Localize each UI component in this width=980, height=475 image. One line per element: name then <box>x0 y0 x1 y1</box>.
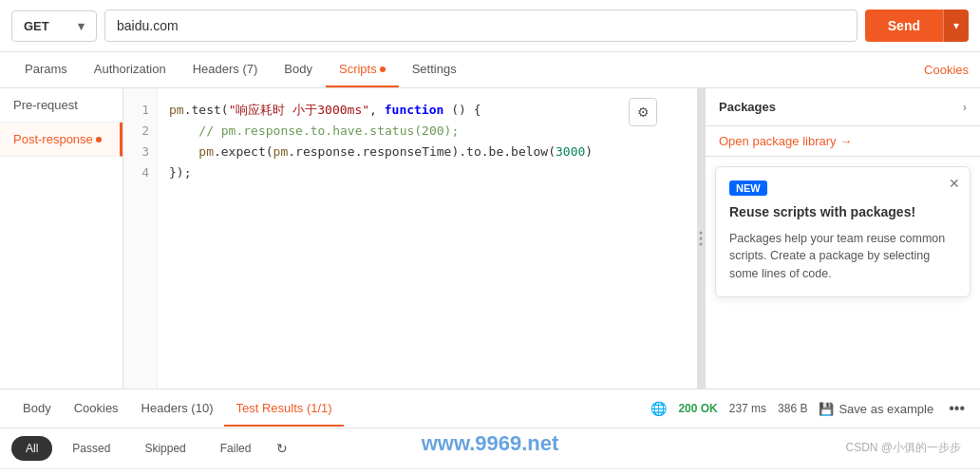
line-numbers: 1 2 3 4 <box>123 88 158 389</box>
response-tab-headers[interactable]: Headers (10) <box>130 391 225 427</box>
method-chevron-icon: ▾ <box>78 19 85 33</box>
line-num-4: 4 <box>135 162 149 183</box>
new-card-body: Packages help your team reuse common scr… <box>729 230 956 283</box>
editor-toolbar: ⚙ <box>629 98 657 126</box>
tab-params[interactable]: Params <box>11 52 81 87</box>
filter-all-button[interactable]: All <box>11 436 52 461</box>
filter-skipped-button[interactable]: Skipped <box>130 436 199 461</box>
scripts-dot <box>380 66 386 72</box>
code-line-4: }); <box>169 162 693 183</box>
response-tabs: Body Cookies Headers (10) Test Results (… <box>0 389 980 428</box>
editor-container: 1 2 3 4 pm.test("响应耗时 小于3000ms", functio… <box>123 88 705 389</box>
response-tab-body[interactable]: Body <box>11 391 63 427</box>
save-as-example-button[interactable]: 💾 Save as example <box>819 402 933 416</box>
tab-body[interactable]: Body <box>271 52 326 87</box>
send-button-container: Send ▾ <box>865 10 969 42</box>
code-editor[interactable]: pm.test("响应耗时 小于3000ms", function () { /… <box>158 88 705 389</box>
sidebar-item-prerequest[interactable]: Pre-request <box>0 88 122 123</box>
open-package-library-link[interactable]: Open package library → <box>706 126 980 157</box>
main-tabs: Params Authorization Headers (7) Body Sc… <box>0 52 980 88</box>
settings-icon[interactable]: ⚙ <box>629 98 657 126</box>
method-selector[interactable]: GET ▾ <box>11 10 97 42</box>
new-card-title: Reuse scripts with packages! <box>729 203 956 222</box>
new-card: NEW ✕ Reuse scripts with packages! Packa… <box>715 166 971 297</box>
code-line-1: pm.test("响应耗时 小于3000ms", function () { <box>169 100 693 121</box>
packages-collapse-icon[interactable]: › <box>963 100 967 114</box>
postresponse-dot <box>96 137 102 142</box>
send-button[interactable]: Send <box>865 10 943 42</box>
packages-header: Packages › <box>706 88 980 126</box>
code-line-2: // pm.response.to.have.status(200); <box>169 121 693 142</box>
new-badge: NEW <box>729 180 767 196</box>
tab-authorization[interactable]: Authorization <box>81 52 179 87</box>
cookies-link[interactable]: Cookies <box>924 53 969 86</box>
status-code: 200 OK <box>678 402 717 415</box>
tab-headers[interactable]: Headers (7) <box>179 52 272 87</box>
response-meta: 🌐 200 OK 237 ms 386 B 💾 Save as example … <box>650 400 969 417</box>
sidebar-item-postresponse[interactable]: Post-response <box>0 123 122 157</box>
line-num-3: 3 <box>135 142 149 162</box>
refresh-icon[interactable]: ↻ <box>276 441 288 456</box>
response-time: 237 ms <box>729 402 766 415</box>
more-options-button[interactable]: ••• <box>945 400 969 417</box>
save-icon: 💾 <box>819 402 834 416</box>
editor-area: 1 2 3 4 pm.test("响应耗时 小于3000ms", functio… <box>123 88 705 389</box>
drag-handle[interactable] <box>697 88 705 389</box>
packages-panel: Packages › Open package library → NEW ✕ … <box>705 88 980 389</box>
send-dropdown-button[interactable]: ▾ <box>943 10 969 42</box>
main-content: Pre-request Post-response 1 2 3 4 pm.tes… <box>0 88 980 389</box>
svg-point-1 <box>700 238 703 240</box>
response-tab-cookies[interactable]: Cookies <box>63 391 130 427</box>
response-tab-test-results[interactable]: Test Results (1/1) <box>224 391 343 427</box>
response-size: 386 B <box>778 402 807 415</box>
packages-title: Packages <box>719 100 776 114</box>
method-label: GET <box>24 19 49 33</box>
test-result-row: PASS 响应耗时 小于3000ms <box>0 469 980 475</box>
globe-icon: 🌐 <box>650 401 667 416</box>
line-num-2: 2 <box>135 121 149 142</box>
filter-passed-button[interactable]: Passed <box>58 436 124 461</box>
test-filters: All Passed Skipped Failed ↻ <box>0 428 980 469</box>
url-input[interactable] <box>104 10 858 42</box>
tab-settings[interactable]: Settings <box>399 52 470 87</box>
scripts-sidebar: Pre-request Post-response <box>0 88 123 389</box>
line-num-1: 1 <box>135 100 149 121</box>
filter-failed-button[interactable]: Failed <box>206 436 266 461</box>
close-icon[interactable]: ✕ <box>949 177 960 190</box>
svg-point-2 <box>700 243 703 246</box>
url-bar: GET ▾ Send ▾ <box>0 0 980 52</box>
tab-scripts[interactable]: Scripts <box>326 52 399 87</box>
code-line-3: pm.expect(pm.response.responseTime).to.b… <box>169 142 693 162</box>
svg-point-0 <box>700 232 703 235</box>
